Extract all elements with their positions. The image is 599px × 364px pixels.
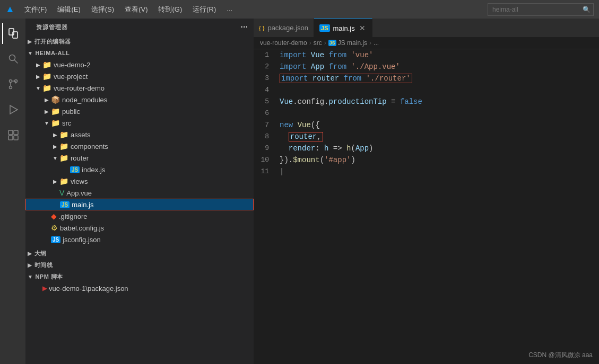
tree-item-node-modules[interactable]: ▶ 📦 node_modules: [25, 94, 254, 105]
folder-icon-public: 📁: [51, 107, 60, 116]
folder-icon-assets: 📁: [59, 130, 68, 139]
folder-icon-vue-demo-2: 📁: [42, 60, 51, 69]
label-vue-demo-2: vue-demo-2: [54, 61, 90, 69]
line-num-9: 9: [254, 143, 277, 154]
watermark: CSDN @清风微凉 aaa: [528, 351, 593, 360]
section-label-open-editors: 打开的编辑器: [34, 38, 71, 46]
label-gitignore: .gitignore: [59, 212, 87, 220]
label-src: src: [62, 119, 71, 127]
tab-icon-package-json: { }: [259, 25, 264, 31]
line-content-1: import Vue from 'vue': [277, 49, 599, 61]
section-arrow-root: ▼: [28, 50, 33, 56]
search-input[interactable]: [488, 3, 594, 16]
activity-search[interactable]: [2, 48, 23, 69]
svg-rect-9: [14, 130, 18, 135]
section-outline[interactable]: ▶ 大纲: [25, 247, 254, 259]
tab-main-js[interactable]: JS main.js ✕: [314, 19, 372, 37]
line-content-8: router,: [277, 131, 599, 143]
line-num-7: 7: [254, 119, 277, 131]
breadcrumb-src[interactable]: src: [314, 39, 322, 47]
folder-icon-node-modules: 📦: [51, 95, 60, 104]
folder-icon-router: 📁: [59, 154, 68, 162]
tree-item-npm-demo1[interactable]: ▶ vue-demo-1\package.json: [25, 282, 254, 294]
label-npm-scripts: NPM 脚本: [35, 273, 63, 281]
sidebar: 资源管理器 ⋯ ▶ 打开的编辑器 ▼ HEIMA-ALL ▶ 📁 vue-dem…: [25, 19, 254, 364]
svg-rect-8: [8, 130, 13, 135]
sidebar-title: 资源管理器: [36, 23, 68, 31]
arrow-src: ▼: [42, 120, 51, 126]
code-line-2: 2 import App from './App.vue': [254, 61, 599, 73]
code-line-3: 3 import router from './router': [254, 73, 599, 84]
line-content-3: import router from './router': [277, 73, 599, 84]
folder-icon-components: 📁: [59, 142, 68, 150]
tab-package-json[interactable]: { } package.json: [254, 19, 314, 37]
section-heima-all[interactable]: ▼ HEIMA-ALL: [25, 47, 254, 59]
label-node-modules: node_modules: [62, 96, 107, 104]
line-num-3: 3: [254, 73, 277, 84]
tree-item-public[interactable]: ▶ 📁 public: [25, 105, 254, 117]
tree-item-views[interactable]: ▶ 📁 views: [25, 175, 254, 187]
menu-select[interactable]: 选择(S): [87, 4, 118, 15]
activity-extensions[interactable]: [2, 125, 23, 146]
arrow-node-modules: ▶: [42, 97, 51, 103]
folder-icon-vue-project: 📁: [42, 72, 51, 81]
tab-label-main-js: main.js: [333, 24, 355, 32]
line-num-4: 4: [254, 84, 277, 96]
svg-line-3: [15, 60, 18, 64]
menu-run[interactable]: 运行(R): [188, 4, 220, 15]
menu-view[interactable]: 查看(V): [120, 4, 152, 15]
breadcrumb: vue-router-demo › src › JS JS main.js › …: [254, 37, 599, 49]
menu-edit[interactable]: 编辑(E): [53, 4, 84, 15]
arrow-assets: ▶: [51, 132, 59, 138]
tree-item-assets[interactable]: ▶ 📁 assets: [25, 129, 254, 140]
breadcrumb-sep-2: ›: [324, 39, 326, 47]
code-line-11: 11: [254, 166, 599, 177]
arrow-outline: ▶: [28, 251, 32, 256]
tree-item-babel[interactable]: ⚙ babel.config.js: [25, 222, 254, 234]
tree-item-src[interactable]: ▼ 📁 src: [25, 117, 254, 129]
tree-item-router[interactable]: ▼ 📁 router: [25, 152, 254, 164]
tree-item-gitignore[interactable]: ◆ .gitignore: [25, 210, 254, 222]
tree-item-vue-demo-2[interactable]: ▶ 📁 vue-demo-2: [25, 59, 254, 70]
menu-file[interactable]: 文件(F): [20, 4, 51, 15]
label-vue-router-demo: vue-router-demo: [54, 84, 105, 92]
activity-explorer[interactable]: [2, 23, 23, 44]
tree-item-index-js[interactable]: JS index.js: [25, 164, 254, 175]
new-file-icon[interactable]: ⋯: [240, 23, 248, 31]
svg-point-2: [10, 55, 15, 61]
line-num-5: 5: [254, 96, 277, 108]
line-num-11: 11: [254, 166, 277, 177]
label-outline: 大纲: [34, 250, 47, 258]
label-public: public: [62, 108, 80, 116]
breadcrumb-main-js[interactable]: JS JS main.js: [328, 39, 367, 47]
menu-goto[interactable]: 转到(G): [154, 4, 186, 15]
activity-source-control[interactable]: [2, 74, 23, 95]
section-open-editors[interactable]: ▶ 打开的编辑器: [25, 35, 254, 47]
search-icon: 🔍: [583, 6, 591, 13]
section-timeline[interactable]: ▶ 时间线: [25, 259, 254, 271]
breadcrumb-vue-router-demo[interactable]: vue-router-demo: [260, 39, 307, 47]
code-line-10: 10 }).$mount('#app'): [254, 154, 599, 166]
label-app-vue: App.vue: [66, 189, 92, 197]
tree-item-vue-project[interactable]: ▶ 📁 vue-project: [25, 70, 254, 82]
sidebar-content: ▶ 打开的编辑器 ▼ HEIMA-ALL ▶ 📁 vue-demo-2 ▶ 📁 …: [25, 35, 254, 364]
code-lines: 1 import Vue from 'vue' 2 import App fro…: [254, 49, 599, 177]
sidebar-header-icons: ⋯: [240, 23, 248, 31]
code-area[interactable]: 1 import Vue from 'vue' 2 import App fro…: [254, 49, 599, 364]
vue-icon-app: V: [59, 189, 64, 197]
section-npm-scripts[interactable]: ▼ NPM 脚本: [25, 271, 254, 282]
activity-run[interactable]: [2, 99, 23, 120]
menu-more[interactable]: ...: [222, 4, 237, 15]
breadcrumb-js-icon: JS: [328, 40, 336, 46]
tab-close-main-js[interactable]: ✕: [358, 24, 367, 32]
tree-item-jsconfig[interactable]: JS jsconfig.json: [25, 234, 254, 245]
npm-icon: ▶: [42, 285, 47, 292]
tree-item-vue-router-demo[interactable]: ▼ 📁 vue-router-demo: [25, 82, 254, 94]
tree-item-components[interactable]: ▶ 📁 components: [25, 140, 254, 152]
js-icon-jsconfig: JS: [51, 236, 60, 243]
tree-item-app-vue[interactable]: V App.vue: [25, 187, 254, 199]
arrow-timeline: ▶: [28, 262, 32, 268]
label-router: router: [71, 154, 89, 162]
code-line-7: 7 new Vue({: [254, 119, 599, 131]
tree-item-main-js[interactable]: JS main.js: [25, 199, 254, 210]
